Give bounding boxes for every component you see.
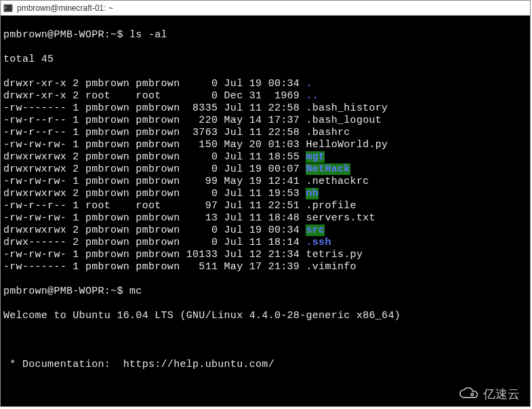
prompt-line: pmbrown@PMB-WOPR:~$ mc (3, 286, 527, 298)
list-item: -rw-r--r-- 1 pmbrown pmbrown 3763 Jul 11… (3, 127, 527, 139)
file-name: .bash_logout (306, 115, 382, 126)
prompt: pmbrown@PMB-WOPR:~$ (3, 29, 129, 41)
motd-doc: * Documentation: https://help.ubuntu.com… (3, 359, 527, 371)
file-meta: -rw-rw-rw- 1 pmbrown pmbrown 150 May 20 … (3, 139, 306, 151)
list-item: drwxr-xr-x 2 root root 0 Dec 31 1969 .. (3, 90, 527, 102)
file-meta: drwxrwxrwx 2 pmbrown pmbrown 0 Jul 11 18… (3, 151, 306, 163)
file-meta: drwxrwxrwx 2 pmbrown pmbrown 0 Jul 11 19… (3, 188, 306, 199)
list-item: -rw------- 1 pmbrown pmbrown 8335 Jul 11… (3, 102, 527, 115)
file-meta: drwx------ 2 pmbrown pmbrown 0 Jul 11 18… (3, 237, 306, 248)
file-name: .ssh (306, 237, 331, 248)
list-item: drwxrwxrwx 2 pmbrown pmbrown 0 Jul 19 00… (3, 163, 527, 176)
file-name: .profile (306, 200, 356, 212)
file-meta: -rw------- 1 pmbrown pmbrown 511 May 17 … (3, 261, 306, 273)
prompt-line: pmbrown@PMB-WOPR:~$ ls -al (3, 29, 527, 41)
list-item: -rw-rw-rw- 1 pmbrown pmbrown 10133 Jul 1… (3, 249, 527, 261)
terminal-icon (3, 3, 13, 13)
terminal-body[interactable]: pmbrown@PMB-WOPR:~$ ls -al total 45 drwx… (1, 16, 530, 406)
file-meta: -rw-rw-rw- 1 pmbrown pmbrown 99 May 19 1… (3, 176, 306, 187)
terminal-window: pmbrown@minecraft-01: ~ pmbrown@PMB-WOPR… (0, 0, 531, 407)
file-name: HelloWorld.py (306, 139, 388, 151)
file-name: nh (306, 188, 319, 199)
blank-line (3, 383, 527, 395)
prompt: pmbrown@PMB-WOPR:~$ (3, 286, 129, 297)
file-meta: -rw-r--r-- 1 pmbrown pmbrown 220 May 14 … (3, 115, 306, 126)
blank-line (3, 334, 527, 347)
file-name: src (306, 225, 325, 236)
file-name: NetHack (306, 163, 350, 175)
command-text: mc (129, 286, 142, 297)
list-item: -rw-rw-rw- 1 pmbrown pmbrown 150 May 20 … (3, 139, 527, 151)
list-item: -rw-r--r-- 1 root root 97 Jul 11 22:51 .… (3, 200, 527, 212)
motd-welcome: Welcome to Ubuntu 16.04 LTS (GNU/Linux 4… (3, 310, 527, 322)
file-meta: drwxrwxrwx 2 pmbrown pmbrown 0 Jul 19 00… (3, 163, 306, 175)
window-titlebar[interactable]: pmbrown@minecraft-01: ~ (1, 1, 530, 16)
list-item: drwxrwxrwx 2 pmbrown pmbrown 0 Jul 19 00… (3, 225, 527, 237)
file-name: .bashrc (306, 127, 350, 138)
file-name: servers.txt (306, 212, 375, 224)
file-name: mgt (306, 151, 325, 163)
file-name: .. (306, 90, 319, 102)
file-meta: drwxrwxrwx 2 pmbrown pmbrown 0 Jul 19 00… (3, 225, 306, 236)
file-meta: -rw-r--r-- 1 pmbrown pmbrown 3763 Jul 11… (3, 127, 306, 138)
window-title: pmbrown@minecraft-01: ~ (17, 3, 113, 13)
list-item: -rw-rw-rw- 1 pmbrown pmbrown 13 Jul 11 1… (3, 212, 527, 225)
list-item: drwxr-xr-x 2 pmbrown pmbrown 0 Jul 19 00… (3, 78, 527, 90)
file-listing: drwxr-xr-x 2 pmbrown pmbrown 0 Jul 19 00… (3, 78, 527, 273)
file-meta: -rw-r--r-- 1 root root 97 Jul 11 22:51 (3, 200, 306, 212)
file-meta: -rw------- 1 pmbrown pmbrown 8335 Jul 11… (3, 102, 306, 114)
file-meta: drwxr-xr-x 2 root root 0 Dec 31 1969 (3, 90, 306, 102)
file-name: tetris.py (306, 249, 363, 260)
svg-rect-0 (4, 4, 12, 12)
file-meta: drwxr-xr-x 2 pmbrown pmbrown 0 Jul 19 00… (3, 78, 306, 90)
file-name: .viminfo (306, 261, 356, 273)
list-item: -rw-r--r-- 1 pmbrown pmbrown 220 May 14 … (3, 115, 527, 127)
list-item: drwx------ 2 pmbrown pmbrown 0 Jul 11 18… (3, 237, 527, 249)
list-item: -rw------- 1 pmbrown pmbrown 511 May 17 … (3, 261, 527, 273)
list-item: drwxrwxrwx 2 pmbrown pmbrown 0 Jul 11 19… (3, 188, 527, 200)
list-item: drwxrwxrwx 2 pmbrown pmbrown 0 Jul 11 18… (3, 151, 527, 163)
file-name: .bash_history (306, 102, 388, 114)
file-meta: -rw-rw-rw- 1 pmbrown pmbrown 13 Jul 11 1… (3, 212, 306, 224)
file-name: .nethackrc (306, 176, 369, 187)
command-text: ls -al (129, 29, 167, 41)
total-line: total 45 (3, 54, 527, 66)
list-item: -rw-rw-rw- 1 pmbrown pmbrown 99 May 19 1… (3, 176, 527, 188)
file-name: . (306, 78, 312, 90)
file-meta: -rw-rw-rw- 1 pmbrown pmbrown 10133 Jul 1… (3, 249, 306, 260)
